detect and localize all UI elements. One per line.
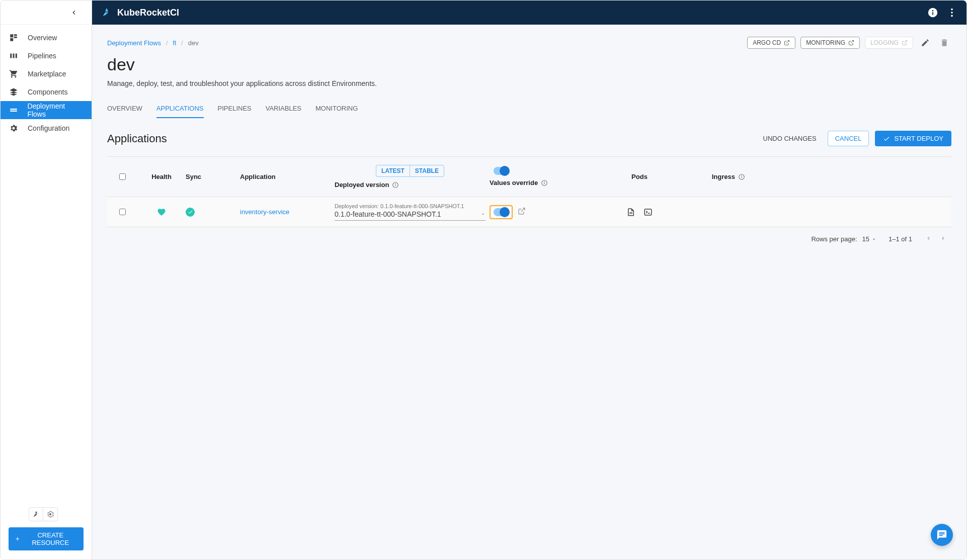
sidebar-item-overview[interactable]: Overview bbox=[1, 29, 92, 47]
section-title: Applications bbox=[107, 132, 167, 145]
info-icon[interactable] bbox=[392, 181, 399, 189]
chevron-down-icon bbox=[871, 237, 876, 242]
monitoring-button[interactable]: MONITORING bbox=[800, 37, 860, 49]
svg-rect-8 bbox=[10, 111, 17, 112]
dashboard-icon bbox=[9, 33, 19, 42]
tab-variables[interactable]: VARIABLES bbox=[266, 100, 301, 118]
sidebar-item-marketplace[interactable]: Marketplace bbox=[1, 65, 92, 83]
applications-table: Health Sync Application LATEST STABLE De… bbox=[107, 156, 951, 251]
cancel-button[interactable]: CANCEL bbox=[828, 131, 869, 146]
pod-logs-button[interactable] bbox=[626, 208, 635, 217]
section-actions: UNDO CHANGES CANCEL START DEPLOY bbox=[758, 131, 951, 146]
svg-point-11 bbox=[932, 10, 934, 12]
heart-icon bbox=[157, 208, 166, 217]
chevron-down-icon bbox=[480, 212, 486, 217]
sidebar: Overview Pipelines Marketplace Component… bbox=[1, 1, 92, 559]
values-override-toggle[interactable] bbox=[494, 208, 509, 216]
svg-rect-4 bbox=[10, 54, 12, 58]
col-application: Application bbox=[240, 173, 331, 180]
svg-rect-22 bbox=[629, 212, 632, 213]
chat-icon bbox=[936, 529, 947, 540]
row-checkbox[interactable] bbox=[119, 209, 126, 215]
svg-rect-23 bbox=[629, 213, 632, 214]
version-label: Deployed version: 0.1.0-feature-tt-000-S… bbox=[335, 203, 486, 209]
settings-tool-button[interactable] bbox=[43, 508, 57, 521]
more-button[interactable] bbox=[946, 7, 957, 18]
tab-monitoring[interactable]: MONITORING bbox=[315, 100, 358, 118]
topbar: KubeRocketCI bbox=[92, 1, 966, 25]
info-button[interactable] bbox=[927, 7, 938, 18]
sidebar-item-pipelines[interactable]: Pipelines bbox=[1, 47, 92, 65]
cart-icon bbox=[9, 69, 19, 78]
rocket-icon bbox=[101, 7, 112, 18]
external-link-icon bbox=[518, 207, 526, 215]
external-link-icon bbox=[784, 40, 790, 46]
sidebar-item-deployment-flows[interactable]: Deployment Flows bbox=[1, 101, 92, 119]
tabs: OVERVIEW APPLICATIONS PIPELINES VARIABLE… bbox=[107, 100, 951, 119]
svg-point-15 bbox=[951, 15, 953, 17]
info-icon[interactable] bbox=[541, 179, 548, 186]
breadcrumb-root[interactable]: Deployment Flows bbox=[107, 39, 161, 47]
health-cell bbox=[141, 208, 182, 217]
tab-applications[interactable]: APPLICATIONS bbox=[156, 100, 204, 118]
table-row: inventory-service Deployed version: 0.1.… bbox=[107, 197, 951, 227]
page-next[interactable] bbox=[939, 234, 947, 244]
tab-pipelines[interactable]: PIPELINES bbox=[218, 100, 252, 118]
rocket-tool-button[interactable] bbox=[29, 508, 43, 521]
brand[interactable]: KubeRocketCI bbox=[101, 7, 179, 18]
content: Deployment Flows / fl / dev ARGO CD MONI… bbox=[92, 25, 966, 559]
logging-button: LOGGING bbox=[865, 37, 913, 49]
main: KubeRocketCI Deployment Flows / fl / dev bbox=[92, 1, 966, 559]
breadcrumb-flow[interactable]: fl bbox=[173, 39, 177, 47]
pod-terminal-button[interactable] bbox=[643, 208, 653, 217]
info-icon[interactable] bbox=[738, 173, 745, 180]
check-icon bbox=[883, 135, 890, 142]
footer-icon-group bbox=[29, 507, 58, 521]
svg-rect-5 bbox=[13, 54, 15, 58]
delete-button[interactable] bbox=[937, 36, 951, 50]
argocd-button[interactable]: ARGO CD bbox=[747, 37, 795, 49]
open-values-button[interactable] bbox=[518, 207, 526, 217]
chat-fab[interactable] bbox=[931, 524, 953, 546]
pods-cell bbox=[594, 208, 685, 217]
chevron-left-icon bbox=[70, 9, 77, 16]
tab-overview[interactable]: OVERVIEW bbox=[107, 100, 142, 118]
nav-label: Marketplace bbox=[28, 70, 66, 78]
gear-icon bbox=[9, 124, 19, 133]
pagination-range: 1–1 of 1 bbox=[889, 235, 912, 243]
nav-label: Pipelines bbox=[28, 52, 56, 60]
nav-label: Components bbox=[28, 88, 67, 96]
edit-button[interactable] bbox=[918, 36, 932, 50]
page-title: dev bbox=[107, 55, 951, 74]
page-prev[interactable] bbox=[924, 234, 932, 244]
brand-label: KubeRocketCI bbox=[117, 8, 179, 18]
table-header: Health Sync Application LATEST STABLE De… bbox=[107, 157, 951, 197]
select-all-checkbox[interactable] bbox=[119, 173, 126, 180]
version-cell: Deployed version: 0.1.0-feature-tt-000-S… bbox=[335, 203, 486, 221]
sidebar-item-configuration[interactable]: Configuration bbox=[1, 119, 92, 137]
nav-label: Overview bbox=[28, 34, 57, 42]
values-override-master-toggle[interactable] bbox=[494, 167, 509, 175]
undo-changes-button[interactable]: UNDO CHANGES bbox=[758, 131, 822, 146]
sidebar-item-components[interactable]: Components bbox=[1, 83, 92, 101]
values-override-cell bbox=[490, 205, 590, 219]
create-resource-button[interactable]: CREATE RESOURCE bbox=[9, 527, 84, 550]
pill-latest[interactable]: LATEST bbox=[376, 165, 410, 176]
sidebar-collapse-button[interactable] bbox=[1, 1, 92, 25]
page-actions: ARGO CD MONITORING LOGGING bbox=[747, 36, 951, 50]
svg-rect-2 bbox=[14, 37, 17, 38]
version-select[interactable]: 0.1.0-feature-tt-000-SNAPSHOT.1 bbox=[335, 210, 486, 221]
topbar-actions bbox=[927, 7, 957, 18]
svg-point-21 bbox=[742, 175, 742, 176]
pipelines-icon bbox=[9, 51, 19, 60]
external-link-icon bbox=[848, 40, 854, 46]
breadcrumb: Deployment Flows / fl / dev bbox=[107, 39, 199, 47]
svg-rect-24 bbox=[644, 209, 652, 215]
start-deploy-button[interactable]: START DEPLOY bbox=[875, 131, 951, 146]
sync-cell bbox=[186, 208, 236, 217]
rows-per-page-select[interactable]: 15 bbox=[862, 235, 876, 243]
application-link[interactable]: inventory-service bbox=[240, 208, 289, 216]
sync-ok-icon bbox=[186, 208, 195, 217]
svg-point-14 bbox=[951, 12, 953, 14]
pill-stable[interactable]: STABLE bbox=[410, 165, 444, 176]
